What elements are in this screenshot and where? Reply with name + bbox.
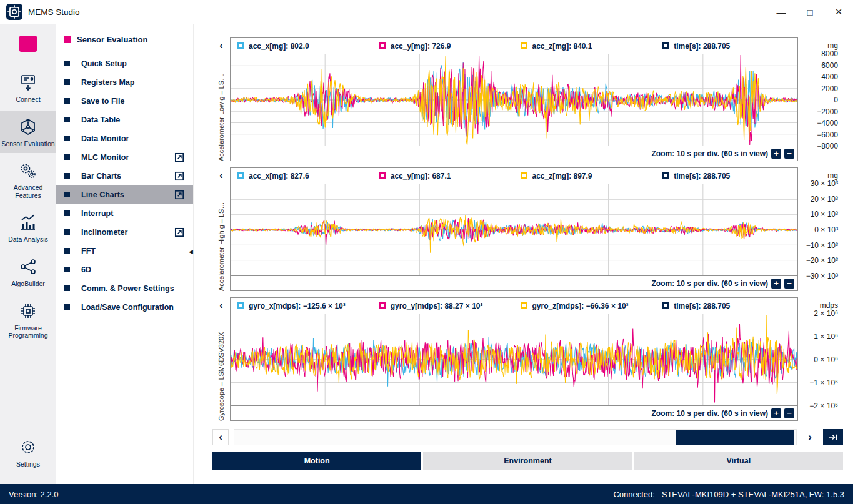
nav-item-data-analysis[interactable]: Data Analysis — [0, 207, 56, 249]
scrollbar-track[interactable] — [234, 429, 797, 445]
scroll-left-button[interactable]: ‹ — [212, 429, 229, 445]
legend-item-gyro-y: gyro_y[mdps]: 88.27 × 10³ — [372, 302, 514, 310]
bullet-icon — [64, 154, 70, 160]
legend-text: acc_y[mg]: 687.1 — [391, 172, 451, 180]
sensor-evaluation-sidebar: Sensor Evaluation Quick Setup Registers … — [56, 24, 194, 484]
nav-item-connect[interactable]: Connect — [0, 67, 56, 109]
sidebar-item-fft[interactable]: FFT — [56, 242, 193, 260]
legend-marker-icon — [379, 302, 386, 309]
legend-marker-icon — [379, 172, 386, 179]
zoom-out-button[interactable]: − — [784, 408, 794, 418]
chevron-left-icon[interactable]: ‹ — [219, 167, 222, 184]
pink-bullet-icon — [64, 36, 71, 43]
plot-area[interactable] — [231, 314, 797, 405]
nav-item-label: Advanced Features — [1, 184, 55, 199]
nav-item-algobuilder[interactable]: AlgoBuilder — [0, 251, 56, 294]
scrollbar-thumb[interactable] — [676, 430, 794, 445]
legend-text: gyro_z[mdps]: −66.36 × 10³ — [532, 302, 629, 310]
axis-tick-label: −6000 — [798, 131, 843, 139]
nav-item-sensor-evaluation[interactable]: Sensor Evaluation — [0, 111, 56, 154]
close-button[interactable]: × — [824, 0, 853, 24]
chevron-left-icon[interactable]: ‹ — [219, 297, 222, 314]
axis-tick-label: 0 — [798, 96, 843, 104]
skip-to-end-button[interactable] — [823, 429, 843, 445]
zoom-in-button[interactable]: + — [771, 408, 781, 418]
scroll-right-button[interactable]: › — [802, 429, 818, 445]
chart-side-strip: ‹ Accelerometer High g – LS… — [212, 167, 230, 291]
sidebar-item-6d[interactable]: 6D — [56, 260, 193, 279]
legend-text: acc_y[mg]: 726.9 — [391, 42, 451, 51]
chart-panel-gyroscope: ‹ Gyroscope – LSM6DSV320X gyro_x[mdps]: … — [212, 297, 843, 421]
bullet-icon — [64, 248, 70, 254]
sidebar-item-label: Data Table — [81, 116, 120, 124]
title-bar: MEMS Studio — □ × — [0, 0, 853, 24]
bullet-icon — [64, 285, 70, 291]
sensor-group-tabs: Motion Environment Virtual — [212, 452, 843, 470]
sidebar-collapse-icon[interactable]: ◀ — [189, 249, 193, 255]
sidebar-item-line-charts[interactable]: Line Charts — [56, 185, 193, 204]
sidebar-item-registers-map[interactable]: Registers Map — [56, 73, 193, 92]
legend-text: acc_z[mg]: 840.1 — [532, 42, 592, 51]
tab-environment[interactable]: Environment — [423, 452, 632, 470]
sidebar-item-quick-setup[interactable]: Quick Setup — [56, 54, 193, 73]
legend-item-time: time[s]: 288.705 — [656, 302, 797, 310]
sidebar-item-data-table[interactable]: Data Table — [56, 111, 193, 129]
nav-item-firmware-programming[interactable]: Firmware Programming — [0, 295, 56, 345]
accent-square — [19, 36, 37, 52]
plot-area[interactable] — [231, 184, 797, 275]
bullet-icon — [64, 117, 70, 122]
nav-item-label: Sensor Evaluation — [1, 140, 54, 148]
bullet-icon — [64, 229, 70, 235]
sidebar-item-mlc-monitor[interactable]: MLC Monitor — [56, 148, 193, 167]
y-axis: mg 30 × 10³20 × 10³10 × 10³0 × 10³−10 × … — [798, 167, 843, 291]
chart-legend: gyro_x[mdps]: −125.6 × 10³ gyro_y[mdps]:… — [231, 298, 797, 314]
sidebar-item-label: Data Monitor — [81, 134, 129, 143]
tab-motion[interactable]: Motion — [212, 452, 421, 470]
sidebar-header: Sensor Evaluation — [56, 32, 193, 54]
sidebar-item-data-monitor[interactable]: Data Monitor — [56, 129, 193, 148]
chart-box: gyro_x[mdps]: −125.6 × 10³ gyro_y[mdps]:… — [230, 297, 798, 421]
app-body: Connect Sensor Evaluation Advanced Featu… — [0, 24, 853, 484]
legend-marker-icon — [662, 172, 669, 179]
minimize-button[interactable]: — — [767, 0, 796, 24]
axis-tick-label: 2000 — [798, 84, 843, 93]
line-charts-main: ‹ Accelerometer Low g – LS… acc_x[mg]: 8… — [194, 24, 853, 484]
zoom-in-button[interactable]: + — [771, 279, 781, 289]
bullet-icon — [64, 304, 70, 310]
zoom-bar: Zoom: 10 s per div. (60 s in view) + − — [231, 146, 797, 161]
external-link-icon[interactable] — [174, 189, 185, 200]
sidebar-item-interrupt[interactable]: Interrupt — [56, 204, 193, 223]
chart-title-vertical: Accelerometer High g – LS… — [217, 184, 225, 291]
sidebar-item-save-to-file[interactable]: Save to File — [56, 92, 193, 111]
zoom-in-button[interactable]: + — [771, 149, 781, 159]
sidebar-item-load-save-configuration[interactable]: Load/Save Configuration — [56, 298, 193, 317]
axis-tick-label: −1 × 10⁶ — [798, 378, 843, 387]
sidebar-item-bar-charts[interactable]: Bar Charts — [56, 167, 193, 185]
gears-icon — [18, 161, 38, 180]
legend-item-gyro-x: gyro_x[mdps]: −125.6 × 10³ — [231, 302, 372, 310]
axis-tick-label: 30 × 10³ — [798, 179, 843, 188]
external-link-icon[interactable] — [174, 152, 185, 163]
nav-item-advanced-features[interactable]: Advanced Features — [0, 155, 56, 205]
bullet-icon — [64, 79, 70, 85]
sidebar-item-inclinometer[interactable]: Inclinometer — [56, 223, 193, 242]
zoom-out-button[interactable]: − — [784, 149, 794, 159]
external-link-icon[interactable] — [174, 170, 185, 182]
tab-virtual[interactable]: Virtual — [634, 452, 843, 470]
external-link-icon[interactable] — [174, 227, 185, 238]
maximize-button[interactable]: □ — [796, 0, 824, 24]
sidebar-item-label: FFT — [81, 247, 96, 255]
bullet-icon — [64, 267, 70, 272]
sidebar-item-label: Inclinometer — [81, 228, 127, 237]
chart-box: acc_x[mg]: 802.0 acc_y[mg]: 726.9 acc_z[… — [230, 37, 798, 161]
chart-legend: acc_x[mg]: 802.0 acc_y[mg]: 726.9 acc_z[… — [231, 38, 797, 54]
nav-item-settings[interactable]: Settings — [0, 432, 56, 474]
sidebar-item-comm-power-settings[interactable]: Comm. & Power Settings — [56, 279, 193, 298]
y-axis: mdps 2 × 10⁶1 × 10⁶0 × 10⁶−1 × 10⁶−2 × 1… — [798, 297, 843, 421]
axis-tick-label: 0 × 10⁶ — [798, 355, 843, 364]
legend-marker-icon — [237, 172, 244, 179]
plot-area[interactable] — [231, 54, 797, 146]
axis-tick-label: 4000 — [798, 72, 843, 81]
zoom-out-button[interactable]: − — [784, 279, 794, 289]
chevron-left-icon[interactable]: ‹ — [219, 37, 222, 54]
